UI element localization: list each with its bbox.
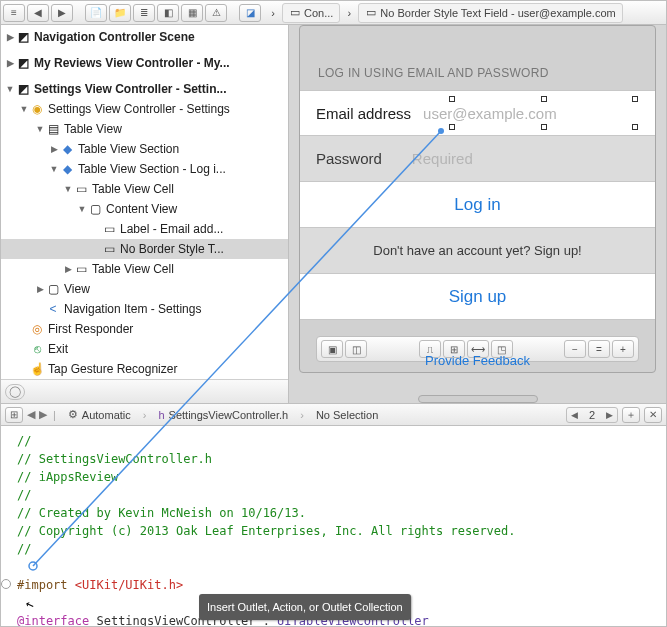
selection-crumb[interactable]: No Selection — [310, 406, 384, 424]
outline-tree[interactable]: ▶◩Navigation Controller Scene ▶◩My Revie… — [1, 25, 288, 379]
exit-icon: ⎋ — [29, 341, 45, 357]
nav-forward-icon[interactable]: ▶ — [51, 4, 73, 22]
scene-icon: ◩ — [15, 55, 31, 71]
file-icon[interactable]: 📄 — [85, 4, 107, 22]
tree-row[interactable]: ▼▭Table View Cell — [1, 179, 288, 199]
tree-row[interactable]: <Navigation Item - Settings — [1, 299, 288, 319]
viewcontroller-icon: ◉ — [29, 101, 45, 117]
connection-bullet-icon[interactable] — [1, 579, 11, 589]
source-editor[interactable]: // // SettingsViewController.h // iAppsR… — [1, 426, 666, 626]
tree-row[interactable]: ▶▢View — [1, 279, 288, 299]
tree-row-selected[interactable]: ▭No Border Style T... — [1, 239, 288, 259]
selected-textfield[interactable] — [452, 99, 635, 127]
jump-item[interactable]: ▭Con... — [282, 3, 340, 23]
tree-row[interactable]: ⎋Exit — [1, 339, 288, 359]
canvas-scrollbar[interactable] — [418, 395, 538, 403]
outline-toggle-icon[interactable]: ≡ — [3, 4, 25, 22]
related-items-icon[interactable]: ⊞ — [5, 407, 23, 423]
jump-item[interactable]: ▭No Border Style Text Field - user@examp… — [358, 3, 622, 23]
cell-icon: ▭ — [73, 261, 89, 277]
tree-row[interactable]: ▼▢Content View — [1, 199, 288, 219]
tree-row[interactable]: ▶◆Table View Section — [1, 139, 288, 159]
chevron-right-icon: › — [343, 7, 355, 19]
chevron-right-icon: › — [267, 7, 279, 19]
tree-row[interactable]: ▼▤Table View — [1, 119, 288, 139]
textfield-icon: ▭ — [101, 241, 117, 257]
navigator-toolbar: ≡ ◀ ▶ 📄 📁 ≣ ◧ ▦ ⚠ ◪ › ▭Con... › ▭No Bord… — [1, 1, 666, 25]
tree-row[interactable]: ▶◩My Reviews View Controller - My... — [1, 53, 288, 73]
close-icon[interactable]: ✕ — [644, 407, 662, 423]
tree-row[interactable]: ▭Label - Email add... — [1, 219, 288, 239]
password-label: Password — [316, 150, 382, 167]
email-label: Email address — [316, 105, 411, 122]
meter-icon[interactable]: ◧ — [157, 4, 179, 22]
label-icon: ▭ — [101, 221, 117, 237]
nav-mode[interactable]: ⚙Automatic — [62, 406, 137, 424]
textfield-icon: ▭ — [365, 7, 377, 19]
feedback-link[interactable]: Provide Feedback — [300, 353, 655, 372]
grid-icon[interactable]: ▦ — [181, 4, 203, 22]
tree-row[interactable]: ☝Tap Gesture Recognizer — [1, 359, 288, 379]
editor-jump-bar: ⊞ ◀ ▶ | ⚙Automatic › hSettingsViewContro… — [1, 404, 666, 426]
responder-icon: ◎ — [29, 321, 45, 337]
navitem-icon: < — [45, 301, 61, 317]
scene-icon: ◩ — [15, 81, 31, 97]
outline-footer: ◯ — [1, 379, 288, 403]
section-icon: ◆ — [59, 141, 75, 157]
add-icon[interactable]: ＋ — [622, 407, 640, 423]
nav-back-icon[interactable]: ◀ — [27, 4, 49, 22]
section-icon: ◆ — [59, 161, 75, 177]
tableview-icon: ▤ — [45, 121, 61, 137]
view-icon: ▢ — [45, 281, 61, 297]
signup-prompt: Don't have an account yet? Sign up! — [300, 228, 655, 274]
tree-row[interactable]: ▶▭Table View Cell — [1, 259, 288, 279]
login-button[interactable]: Log in — [300, 182, 655, 228]
password-placeholder: Required — [412, 150, 473, 167]
file-crumb[interactable]: hSettingsViewController.h — [152, 406, 294, 424]
email-cell[interactable]: Email address user@example.com — [300, 90, 655, 136]
tree-row[interactable]: ▼◆Table View Section - Log i... — [1, 159, 288, 179]
interface-builder-canvas[interactable]: LOG IN USING EMAIL AND PASSWORD Email ad… — [289, 25, 666, 403]
section-header: LOG IN USING EMAIL AND PASSWORD — [300, 26, 655, 90]
warning-icon[interactable]: ⚠ — [205, 4, 227, 22]
doc-icon: ▭ — [289, 7, 301, 19]
document-outline: ▶◩Navigation Controller Scene ▶◩My Revie… — [1, 25, 289, 403]
list-icon[interactable]: ≣ — [133, 4, 155, 22]
filter-icon[interactable]: ◯ — [5, 384, 25, 400]
tree-row[interactable]: ▼◉Settings View Controller - Settings — [1, 99, 288, 119]
signup-button[interactable]: Sign up — [300, 274, 655, 320]
jump-bar: › ▭Con... › ▭No Border Style Text Field … — [267, 3, 623, 23]
cell-icon: ▭ — [73, 181, 89, 197]
folder-icon[interactable]: 📁 — [109, 4, 131, 22]
view-icon: ▢ — [87, 201, 103, 217]
tree-row[interactable]: ▶◩Navigation Controller Scene — [1, 27, 288, 47]
connection-tooltip: Insert Outlet, Action, or Outlet Collect… — [199, 594, 411, 620]
box-icon[interactable]: ◪ — [239, 4, 261, 22]
password-cell[interactable]: Password Required — [300, 136, 655, 182]
counterparts-stepper[interactable]: ◀2▶ — [566, 407, 618, 423]
scene-icon: ◩ — [15, 29, 31, 45]
gesture-icon: ☝ — [29, 361, 45, 377]
tree-row[interactable]: ▼◩Settings View Controller - Settin... — [1, 79, 288, 99]
tree-row[interactable]: ◎First Responder — [1, 319, 288, 339]
